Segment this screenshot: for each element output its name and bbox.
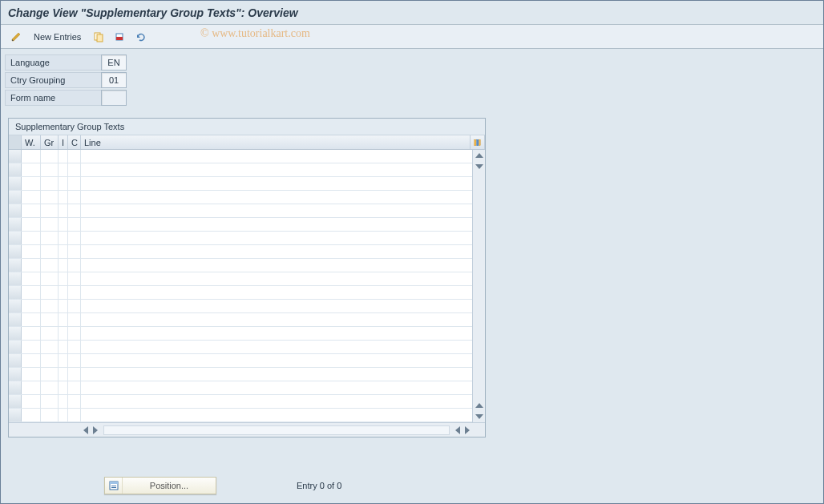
ctry-grouping-field[interactable] [101,72,127,88]
table-row[interactable] [9,191,472,204]
svg-rect-6 [479,139,481,146]
copy-icon[interactable] [91,29,107,45]
form-name-field[interactable] [101,90,127,106]
svg-rect-4 [475,139,476,146]
table-row[interactable] [9,259,472,272]
hscroll-right-icon[interactable] [91,425,100,435]
undo-icon[interactable] [132,29,148,45]
column-w[interactable]: W. [22,135,41,149]
footer: Position... Entry 0 of 0 [0,477,824,494]
table-row[interactable] [9,245,472,259]
table-row[interactable] [9,409,472,422]
column-c[interactable]: C [68,135,81,149]
table-row[interactable] [9,395,472,409]
watermark: © www.tutorialkart.com [200,27,310,40]
svg-rect-5 [477,139,479,146]
table-row[interactable] [9,232,472,245]
table-row[interactable] [9,354,472,368]
table-row[interactable] [9,177,472,191]
position-icon [105,478,123,494]
table-row[interactable] [9,204,472,218]
scroll-up-icon[interactable] [475,153,483,158]
table-row[interactable] [9,163,472,177]
hscroll-left-icon[interactable] [81,425,91,435]
svg-rect-3 [116,37,123,40]
table-row[interactable] [9,313,472,327]
svg-rect-9 [111,486,116,486]
title-bar: Change View "Supplementary Group Texts":… [0,0,824,25]
svg-rect-10 [111,487,116,488]
table-row[interactable] [9,300,472,313]
page-title: Change View "Supplementary Group Texts":… [8,6,816,19]
table-row[interactable] [9,150,472,163]
scroll-down2-icon[interactable] [475,414,483,419]
new-entries-button[interactable]: New Entries [29,30,86,43]
hscroll-track[interactable] [103,425,450,435]
column-gr[interactable]: Gr [41,135,59,149]
delete-icon[interactable] [111,29,127,45]
table-row[interactable] [9,327,472,341]
table-row[interactable] [9,381,472,395]
table-title: Supplementary Group Texts [9,119,485,135]
toggle-edit-icon[interactable] [8,29,24,45]
scroll-down-icon[interactable] [475,164,483,169]
table-row[interactable] [9,218,472,232]
column-line[interactable]: Line [81,135,471,149]
hscroll-right2-icon[interactable] [462,425,472,435]
table-body[interactable] [9,150,472,422]
header-form: Language Ctry Grouping Form name [0,49,824,110]
table-container: Supplementary Group Texts W. Gr I C Line [8,118,486,437]
position-label: Position... [123,481,216,490]
table-row[interactable] [9,286,472,300]
hscroll-left2-icon[interactable] [453,425,462,435]
entry-status: Entry 0 of 0 [297,481,341,490]
svg-rect-8 [110,482,118,484]
horizontal-scrollbar[interactable] [9,422,485,437]
column-i[interactable]: I [59,135,68,149]
position-button[interactable]: Position... [104,477,216,494]
table-row[interactable] [9,341,472,354]
vertical-scrollbar[interactable] [472,150,485,422]
scroll-up2-icon[interactable] [475,403,483,408]
table-row[interactable] [9,272,472,286]
table-settings-icon[interactable] [471,135,485,149]
language-field[interactable] [101,54,127,71]
column-selector[interactable] [9,135,22,149]
svg-rect-1 [97,34,103,42]
toolbar: New Entries © www.tutorialkart.com [0,25,824,49]
form-name-label: Form name [5,90,101,106]
language-label: Language [5,54,101,71]
table-row[interactable] [9,368,472,381]
table-header: W. Gr I C Line [9,135,485,150]
ctry-grouping-label: Ctry Grouping [5,72,101,88]
